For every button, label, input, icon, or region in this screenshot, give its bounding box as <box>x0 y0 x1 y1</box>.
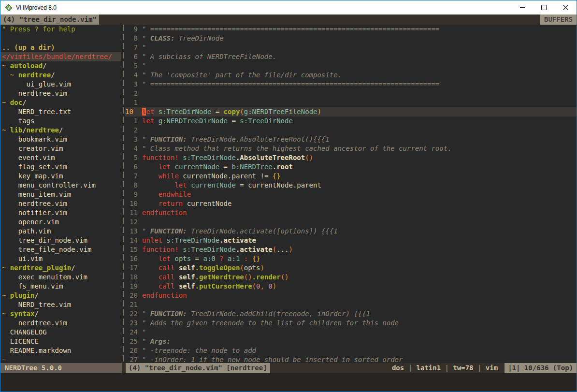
editor-panel[interactable]: 9" =====================================… <box>125 25 577 363</box>
line-number: 3 <box>125 135 138 144</box>
code-line[interactable]: 8 let currentNode = currentNode.parent <box>125 181 577 190</box>
code-line[interactable]: 16 let opts = a:0 ? a:1 : {} <box>125 254 577 263</box>
nerdtree-item[interactable]: exec_menuitem.vim <box>0 273 121 282</box>
code-line[interactable]: 3" =====================================… <box>125 80 577 89</box>
line-number: 7 <box>125 43 138 52</box>
code-line[interactable]: 7 while currentNode.parent != {} <box>125 172 577 181</box>
nerdtree-item[interactable]: ~ nerdtree_plugin/ <box>0 263 121 273</box>
nerdtree-item[interactable]: </vimfiles/bundle/nerdtree/ <box>0 52 121 61</box>
line-number: 16 <box>125 254 138 263</box>
code-line[interactable]: 1let g:NERDTreeDirNode = s:TreeDirNode <box>125 116 577 126</box>
minimize-button[interactable] <box>511 0 533 15</box>
nerdtree-item[interactable]: ~ <box>0 355 121 363</box>
nerdtree-item[interactable]: ~ plugin/ <box>0 291 121 300</box>
code-line[interactable]: 27" -inOrder: 1 if the new node should b… <box>125 355 577 363</box>
code-line[interactable]: 7" <box>125 43 577 52</box>
code-line[interactable]: 10 return currentNode <box>125 199 577 208</box>
code-line[interactable]: 24" <box>125 328 577 337</box>
line-number: 1 <box>125 98 138 107</box>
nerdtree-item[interactable]: ui.vim <box>0 254 121 263</box>
line-number: 4 <box>125 71 138 80</box>
vim-logo-icon[interactable]: V <box>5 4 13 12</box>
nerdtree-item[interactable]: ~ nerdtree/ <box>0 71 121 80</box>
nerdtree-statusline: NERDTree 5.0.0 <box>0 363 122 373</box>
command-line[interactable] <box>0 373 577 392</box>
line-number: 21 <box>125 300 138 309</box>
nerdtree-item[interactable]: ~ lib/nerdtree/ <box>0 126 121 135</box>
line-number: 8 <box>125 181 138 190</box>
nerdtree-item[interactable]: LICENCE <box>0 337 121 346</box>
nerdtree-item[interactable]: README.markdown <box>0 346 121 355</box>
code-line[interactable]: 15function! s:TreeDirNode.activate(...) <box>125 245 577 254</box>
code-line[interactable]: 18 call self.getNerdtree().render() <box>125 273 577 282</box>
nerdtree-item[interactable]: creator.vim <box>0 144 121 153</box>
line-number: 18 <box>125 273 138 282</box>
code-line[interactable]: 26" -treenode: the node to add <box>125 346 577 355</box>
nerdtree-item[interactable]: CHANGELOG <box>0 328 121 337</box>
tabline-fill <box>99 15 540 25</box>
nerdtree-item[interactable]: nerdtree.vim <box>0 319 121 328</box>
code-line[interactable]: 6 let currentNode = b:NERDTree.root <box>125 162 577 172</box>
code-line[interactable]: 2 <box>125 89 577 98</box>
nerdtree-item[interactable] <box>0 34 121 43</box>
title-bar[interactable]: V Vi IMproved 8.0 <box>0 0 577 15</box>
nerdtree-item[interactable]: tags <box>0 116 121 126</box>
line-number: 7 <box>125 172 138 181</box>
code-line[interactable]: 12 <box>125 218 577 227</box>
nerdtree-item[interactable]: NERD_tree.vim <box>0 300 121 309</box>
code-line[interactable]: 17 call self.toggleOpen(opts) <box>125 263 577 273</box>
code-line[interactable]: 5" <box>125 61 577 71</box>
nerdtree-item[interactable]: menu_controller.vim <box>0 181 121 190</box>
nerdtree-panel[interactable]: " Press ? for help.. (up a dir)</vimfile… <box>0 25 121 363</box>
code-line[interactable]: 14unlet s:TreeDirNode.activate <box>125 236 577 245</box>
code-line[interactable]: 10let s:TreeDirNode = copy(g:NERDTreeFil… <box>125 107 577 116</box>
code-line[interactable]: 2 <box>125 126 577 135</box>
nerdtree-item[interactable]: notifier.vim <box>0 208 121 218</box>
code-line[interactable]: 9 endwhile <box>125 190 577 199</box>
code-line[interactable]: 3" FUNCTION: TreeDirNode.AbsoluteTreeRoo… <box>125 135 577 144</box>
code-line[interactable]: 19 call self.putCursorHere(0, 0) <box>125 282 577 291</box>
code-line[interactable]: 6" A subclass of NERDTreeFileNode. <box>125 52 577 61</box>
nerdtree-item[interactable]: menu_item.vim <box>0 190 121 199</box>
code-line[interactable]: 4" The 'composite' part of the file/dir … <box>125 71 577 80</box>
tab-tree-dir-node[interactable]: (4) "tree_dir_node.vim" <box>0 15 99 25</box>
code-line[interactable]: 25" Args: <box>125 337 577 346</box>
code-line[interactable]: 4" Class method that returns the highest… <box>125 144 577 153</box>
nerdtree-item[interactable]: " Press ? for help <box>0 25 121 34</box>
nerdtree-item[interactable]: NERD_tree.txt <box>0 107 121 116</box>
nerdtree-item[interactable]: ~ autoload/ <box>0 61 121 71</box>
code-line[interactable]: 1 <box>125 98 577 107</box>
line-number: 6 <box>125 52 138 61</box>
nerdtree-item[interactable]: event.vim <box>0 153 121 162</box>
code-line[interactable]: 8" CLASS: TreeDirNode <box>125 34 577 43</box>
close-button[interactable] <box>555 0 577 15</box>
nerdtree-item[interactable]: .. (up a dir) <box>0 43 121 52</box>
code-line[interactable]: 23" Adds the given treenode to the list … <box>125 319 577 328</box>
code-line[interactable]: 21 <box>125 300 577 309</box>
nerdtree-item[interactable]: ~ syntax/ <box>0 309 121 319</box>
code-line[interactable]: 5function! s:TreeDirNode.AbsoluteTreeRoo… <box>125 153 577 162</box>
nerdtree-item[interactable]: tree_dir_node.vim <box>0 236 121 245</box>
nerdtree-item[interactable]: ui_glue.vim <box>0 80 121 89</box>
nerdtree-item[interactable]: ~ doc/ <box>0 98 121 107</box>
nerdtree-item[interactable]: fs_menu.vim <box>0 282 121 291</box>
nerdtree-item[interactable]: key_map.vim <box>0 172 121 181</box>
code-line[interactable]: 13" FUNCTION: TreeDirNode.activate([opti… <box>125 227 577 236</box>
line-number: 24 <box>125 328 138 337</box>
code-line[interactable]: 11endfunction <box>125 208 577 218</box>
line-number: 9 <box>125 190 138 199</box>
minimize-icon <box>520 7 525 8</box>
line-number: 17 <box>125 263 138 273</box>
window-separator[interactable] <box>121 25 125 363</box>
code-line[interactable]: 22" FUNCTION: TreeDirNode.addChild(treen… <box>125 309 577 319</box>
maximize-button[interactable] <box>533 0 555 15</box>
nerdtree-item[interactable]: nerdtree.vim <box>0 89 121 98</box>
nerdtree-item[interactable]: flag_set.vim <box>0 162 121 172</box>
code-line[interactable]: 20endfunction <box>125 291 577 300</box>
nerdtree-item[interactable]: tree_file_node.vim <box>0 245 121 254</box>
nerdtree-item[interactable]: nerdtree.vim <box>0 199 121 208</box>
nerdtree-item[interactable]: path.vim <box>0 227 121 236</box>
code-line[interactable]: 9" =====================================… <box>125 25 577 34</box>
nerdtree-item[interactable]: bookmark.vim <box>0 135 121 144</box>
nerdtree-item[interactable]: opener.vim <box>0 218 121 227</box>
